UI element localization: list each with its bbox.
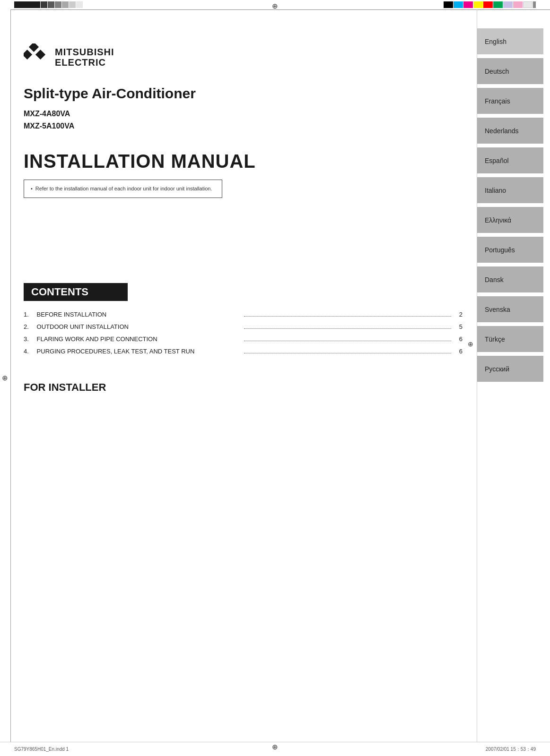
- mitsubishi-logo-icon: [24, 43, 51, 71]
- color-swatches-right: [444, 1, 536, 8]
- contents-item-1: 1. BEFORE INSTALLATION 2: [24, 309, 463, 321]
- swatch-r-yellow: [473, 1, 483, 8]
- contents-heading: CONTENTS: [24, 283, 128, 301]
- lang-tab-nederlands[interactable]: Nederlands: [477, 118, 543, 144]
- footer: SG79Y865H01_En.indd 1 2007/02/01 15：53：4…: [0, 742, 550, 756]
- lang-tab-turkce[interactable]: Türkçe: [477, 326, 543, 352]
- swatch-r-lavender: [503, 1, 513, 8]
- lang-tab-svenska[interactable]: Svenska: [477, 296, 543, 322]
- lang-tab-francais[interactable]: Français: [477, 88, 543, 114]
- brand-name: MITSUBISHI ELECTRIC: [55, 47, 114, 68]
- lang-tab-espanol[interactable]: Español: [477, 147, 543, 173]
- swatch-2: [48, 1, 54, 8]
- installation-manual-heading: INSTALLATION MANUAL: [24, 151, 463, 172]
- note-text: Refer to the installation manual of each…: [35, 186, 212, 191]
- contents-item-4: 4. PURGING PROCEDURES, LEAK TEST, AND TE…: [24, 345, 463, 358]
- lang-tab-english[interactable]: English: [477, 28, 543, 54]
- lang-tab-deutsch[interactable]: Deutsch: [477, 58, 543, 84]
- svg-rect-2: [35, 50, 45, 60]
- product-title: Split-type Air-Conditioner: [24, 85, 463, 102]
- contents-list: 1. BEFORE INSTALLATION 2 2. OUTDOOR UNIT…: [24, 309, 463, 358]
- note-box: •Refer to the installation manual of eac…: [24, 180, 222, 198]
- swatch-5: [69, 1, 76, 8]
- swatch-1: [41, 1, 47, 8]
- swatch-r-green: [493, 1, 503, 8]
- reg-mark-left: ⊕: [2, 374, 8, 382]
- color-swatches-left: [14, 1, 83, 8]
- swatch-r-magenta: [463, 1, 473, 8]
- contents-item-2: 2. OUTDOOR UNIT INSTALLATION 5: [24, 321, 463, 333]
- swatch-4: [62, 1, 69, 8]
- lang-tab-greek[interactable]: Ελληνικά: [477, 207, 543, 233]
- top-rule: [10, 9, 550, 10]
- reg-mark-top: ⊕: [272, 2, 278, 10]
- for-installer-label: FOR INSTALLER: [24, 381, 463, 394]
- contents-item-3: 3. FLARING WORK AND PIPE CONNECTION 6: [24, 333, 463, 345]
- swatch-r-white: [523, 1, 533, 8]
- swatch-6: [76, 1, 83, 8]
- main-content: MITSUBISHI ELECTRIC Split-type Air-Condi…: [14, 10, 472, 741]
- swatch-r-bar: [533, 1, 536, 8]
- model-2: MXZ-5A100VA: [24, 120, 463, 132]
- lang-tab-portuguese[interactable]: Português: [477, 237, 543, 263]
- svg-rect-0: [29, 43, 39, 52]
- language-sidebar: English Deutsch Français Nederlands Espa…: [477, 9, 550, 742]
- contents-section: CONTENTS 1. BEFORE INSTALLATION 2 2. OUT…: [24, 283, 463, 358]
- lang-tab-russian[interactable]: Русский: [477, 356, 543, 382]
- note-bullet: •: [31, 186, 33, 191]
- footer-timestamp: 2007/02/01 15：53：49: [486, 747, 536, 752]
- footer-left: SG79Y865H01_En.indd 1: [14, 747, 486, 752]
- lang-tab-italiano[interactable]: Italiano: [477, 177, 543, 203]
- footer-filename: SG79Y865H01_En.indd 1: [14, 747, 69, 752]
- model-1: MXZ-4A80VA: [24, 108, 463, 120]
- left-border: [10, 9, 11, 742]
- lang-tab-dansk[interactable]: Dansk: [477, 266, 543, 292]
- logo-area: MITSUBISHI ELECTRIC: [24, 43, 463, 71]
- swatch-r-red: [483, 1, 493, 8]
- model-numbers: MXZ-4A80VA MXZ-5A100VA: [24, 108, 463, 132]
- swatch-black: [14, 1, 40, 8]
- swatch-r-pink: [513, 1, 523, 8]
- swatch-r-black: [444, 1, 453, 8]
- footer-right: 2007/02/01 15：53：49: [486, 746, 536, 753]
- svg-rect-1: [24, 50, 32, 60]
- swatch-r-cyan: [454, 1, 463, 8]
- swatch-3: [55, 1, 61, 8]
